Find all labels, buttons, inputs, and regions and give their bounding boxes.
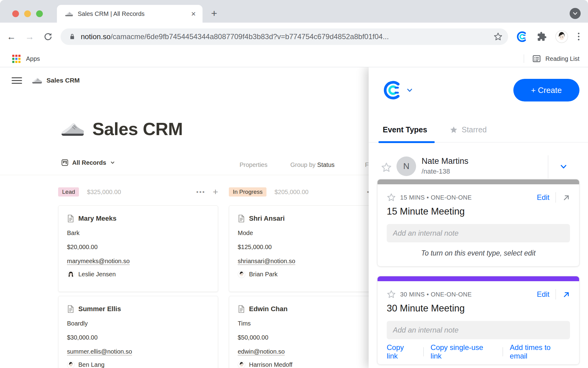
internal-note-input[interactable] [387, 321, 570, 339]
tab-starred[interactable]: Starred [449, 125, 487, 134]
owner-avatar [238, 270, 245, 278]
owner-name: Brian Park [249, 271, 277, 278]
copy-link-button[interactable]: Copy link [387, 343, 417, 360]
open-external-icon[interactable] [562, 290, 570, 298]
record-email[interactable]: shriansari@notion.so [238, 257, 380, 265]
record-email[interactable]: marymeeks@notion.so [67, 257, 209, 265]
url-domain: notion.so [81, 32, 110, 41]
record-card[interactable]: Mary Meeks Bark $20,000.00 marymeeks@not… [58, 205, 218, 292]
sneaker-icon [32, 76, 42, 84]
star-profile-icon[interactable] [381, 162, 392, 173]
event-actions-row: Copy link Copy single-use link Add times… [387, 347, 570, 356]
profile-expand-chevron-icon[interactable] [559, 162, 568, 171]
reload-button[interactable] [43, 32, 53, 41]
actions-divider [556, 289, 556, 300]
add-times-to-email-button[interactable]: Add times to email [510, 343, 570, 360]
calendly-tabs: Event Types Starred [369, 119, 588, 142]
page-icon [67, 305, 74, 313]
sneaker-page-icon[interactable] [61, 120, 84, 138]
back-button[interactable]: ← [7, 32, 16, 41]
group-by-button[interactable]: Group by Status [290, 161, 335, 168]
record-email[interactable]: summer.ellis@notion.so [67, 348, 209, 355]
calendly-extension-icon[interactable] [516, 31, 528, 42]
star-event-icon[interactable] [387, 290, 396, 299]
bookmarks-divider [524, 54, 524, 63]
owner-name: Leslie Jensen [78, 271, 116, 278]
profile-initial-avatar: N [396, 156, 416, 176]
owner-avatar [238, 361, 245, 368]
lock-icon [69, 33, 76, 40]
column-add-icon[interactable]: + [213, 187, 218, 197]
browser-toolbar: ← → notion.so/camacme/6de9fb7454454344a8… [0, 23, 588, 50]
properties-button[interactable]: Properties [240, 161, 267, 168]
record-company: Bark [67, 229, 209, 237]
minimize-window-button[interactable] [24, 10, 31, 17]
status-badge[interactable]: Lead [58, 187, 79, 197]
record-card[interactable]: Edwin Chan Tims $50,000.00 edwin@notion.… [229, 296, 389, 368]
event-type-card-30min: 30 MINS • ONE-ON-ONE Edit 30 Minute Meet… [377, 276, 579, 365]
edit-link[interactable]: Edit [537, 193, 549, 202]
bookmarks-bar: Apps Reading List [0, 50, 588, 67]
record-owner: Brian Park [238, 270, 380, 278]
active-tab-underline [378, 141, 435, 143]
owner-avatar [67, 270, 75, 278]
event-color-stripe [378, 179, 579, 184]
browser-menu-icon[interactable] [576, 31, 581, 42]
record-card[interactable]: Shri Ansari Mode $125,000.00 shriansari@… [229, 205, 389, 292]
extensions-puzzle-icon[interactable] [536, 31, 547, 42]
page-icon [67, 214, 74, 223]
owner-avatar [67, 361, 75, 368]
url-bar[interactable]: notion.so/camacme/6de9fb7454454344a80877… [61, 28, 508, 45]
column-total: $325,000.00 [87, 189, 121, 196]
new-tab-button[interactable]: + [211, 8, 217, 18]
view-switcher[interactable]: All Records [61, 159, 115, 166]
star-event-icon[interactable] [387, 193, 396, 202]
column-menu-icon[interactable]: ••• [196, 189, 205, 196]
profile-slug: /nate-138 [422, 167, 450, 175]
apps-grid-icon[interactable] [12, 55, 20, 63]
view-name: All Records [72, 159, 106, 166]
apps-label[interactable]: Apps [26, 55, 40, 62]
copy-single-use-link-button[interactable]: Copy single-use link [430, 343, 496, 360]
tab-search-chevron-icon[interactable] [570, 8, 581, 19]
group-by-value: Status [317, 161, 335, 168]
record-amount: $30,000.00 [67, 333, 209, 341]
tab-event-types[interactable]: Event Types [383, 125, 427, 134]
event-type-card-15min: 15 MINS • ONE-ON-ONE Edit 15 Minute Meet… [377, 179, 579, 267]
zoom-window-button[interactable] [36, 10, 43, 17]
record-email[interactable]: edwin@notion.so [238, 348, 380, 355]
event-color-stripe [378, 276, 579, 281]
tab-title: Sales CRM | All Records [78, 10, 188, 17]
record-owner: Ben Lang [67, 361, 209, 368]
browser-tab[interactable]: Sales CRM | All Records × [57, 5, 203, 23]
window-controls [12, 10, 43, 17]
sneaker-favicon [65, 10, 73, 17]
record-card[interactable]: Summer Ellis Boardly $30,000.00 summer.e… [58, 296, 218, 368]
hamburger-menu-icon[interactable] [12, 77, 22, 84]
status-badge[interactable]: In Progress [229, 187, 266, 197]
bookmark-star-icon[interactable] [493, 32, 503, 41]
column-total: $205,000.00 [274, 189, 308, 196]
extension-cluster [516, 30, 581, 43]
close-window-button[interactable] [12, 10, 19, 17]
chevron-down-icon [110, 160, 115, 165]
url-path: /camacme/6de9fb7454454344a8087709f4b3b83… [110, 32, 389, 41]
reading-list-label[interactable]: Reading List [545, 55, 579, 62]
kanban-board: Lead $325,000.00 ••• + Mary Meeks Bark $… [58, 185, 389, 368]
page-icon [238, 214, 245, 223]
edit-link[interactable]: Edit [537, 290, 549, 299]
profile-divider [548, 155, 548, 178]
tab-close-icon[interactable]: × [191, 10, 196, 18]
record-amount: $125,000.00 [238, 243, 380, 251]
internal-note-input[interactable] [387, 224, 570, 242]
profile-avatar[interactable] [555, 30, 568, 43]
account-chevron-icon[interactable] [406, 86, 414, 94]
calendly-logo[interactable] [382, 80, 403, 100]
create-button[interactable]: + Create [513, 79, 579, 101]
link-divider [423, 347, 424, 356]
open-external-icon[interactable] [562, 193, 570, 201]
record-company: Tims [238, 319, 380, 327]
filter-button-clipped[interactable]: F [365, 161, 369, 168]
forward-button[interactable]: → [25, 32, 34, 41]
notion-breadcrumb-title[interactable]: Sales CRM [47, 77, 80, 84]
